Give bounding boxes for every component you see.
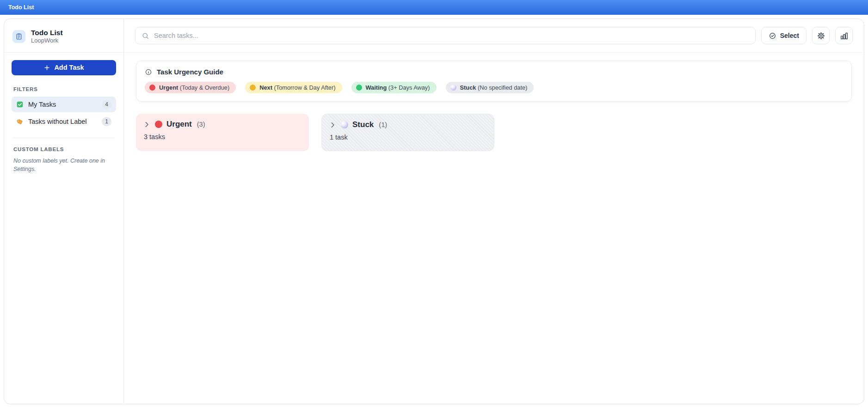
group-summary: 1 task	[329, 134, 487, 141]
select-button[interactable]: Select	[761, 27, 806, 44]
group-count: (1)	[379, 121, 387, 128]
sidebar-divider	[12, 138, 115, 138]
stats-button[interactable]	[835, 27, 853, 44]
legend-pill-next: Next (Tomorrow & Day After)	[245, 82, 342, 93]
urgency-legend: Urgent (Today & Overdue) Next (Tomorrow …	[145, 82, 843, 93]
plus-icon	[43, 64, 50, 71]
app-brand: Todo List LoopWork	[12, 25, 116, 52]
group-name: Urgent	[166, 120, 192, 129]
moon-dot-icon	[341, 121, 348, 128]
next-dot-icon	[250, 85, 256, 91]
sidebar: Todo List LoopWork Add Task FILTERS My T…	[4, 19, 124, 404]
settings-button[interactable]	[812, 27, 830, 44]
orange-tag-icon	[16, 118, 24, 125]
window-titlebar: Todo List	[0, 0, 868, 15]
task-urgency-guide-panel: Task Urgency Guide Urgent (Today & Overd…	[136, 61, 852, 102]
sidebar-item-label: Tasks without Label	[28, 118, 97, 125]
clipboard-icon	[12, 30, 25, 43]
group-name: Stuck	[352, 120, 374, 129]
guide-title: Task Urgency Guide	[157, 68, 223, 76]
green-checkbox-icon	[16, 101, 24, 108]
app-subtitle: LoopWork	[31, 37, 63, 44]
custom-labels-heading: CUSTOM LABELS	[13, 146, 114, 152]
group-card-stuck[interactable]: Stuck (1) 1 task	[321, 114, 494, 151]
add-task-button[interactable]: Add Task	[12, 60, 116, 75]
check-circle-icon	[769, 32, 776, 40]
main-area: Select	[124, 19, 864, 404]
group-card-urgent[interactable]: Urgent (3) 3 tasks	[136, 114, 309, 151]
legend-pill-urgent: Urgent (Today & Overdue)	[145, 82, 236, 93]
group-count: (3)	[197, 121, 205, 128]
sidebar-item-tasks-without-label[interactable]: Tasks without Label 1	[12, 114, 116, 129]
urgent-dot-icon	[155, 121, 162, 128]
task-groups: Urgent (3) 3 tasks Stuck (1	[136, 114, 852, 151]
app-title: Todo List	[31, 28, 63, 37]
search-box[interactable]	[135, 27, 756, 44]
window-title: Todo List	[8, 4, 34, 11]
chevron-right-icon[interactable]	[143, 121, 151, 128]
sidebar-item-my-tasks[interactable]: My Tasks 4	[12, 97, 116, 112]
search-input[interactable]	[154, 32, 749, 39]
add-task-label: Add Task	[54, 64, 84, 71]
custom-labels-empty-hint: No custom labels yet. Create one in Sett…	[13, 157, 106, 173]
sidebar-divider	[4, 52, 123, 53]
legend-pill-waiting: Waiting (3+ Days Away)	[351, 82, 437, 93]
select-button-label: Select	[780, 32, 799, 39]
moon-dot-icon	[450, 85, 456, 91]
settings-gear-icon	[817, 31, 825, 40]
info-icon	[145, 68, 152, 76]
toolbar: Select	[124, 19, 864, 53]
filters-heading: FILTERS	[13, 86, 114, 92]
count-badge: 4	[102, 100, 111, 109]
legend-pill-stuck: Stuck (No specified date)	[446, 82, 534, 93]
search-icon	[142, 32, 149, 40]
group-summary: 3 tasks	[143, 133, 302, 140]
urgent-dot-icon	[149, 85, 155, 91]
sidebar-item-label: My Tasks	[28, 101, 97, 108]
stats-bar-chart-icon	[840, 31, 849, 40]
chevron-right-icon[interactable]	[329, 121, 337, 129]
count-badge: 1	[102, 117, 111, 126]
content-area: Task Urgency Guide Urgent (Today & Overd…	[124, 53, 864, 404]
app-container: Todo List LoopWork Add Task FILTERS My T…	[4, 18, 864, 404]
waiting-dot-icon	[356, 85, 362, 91]
